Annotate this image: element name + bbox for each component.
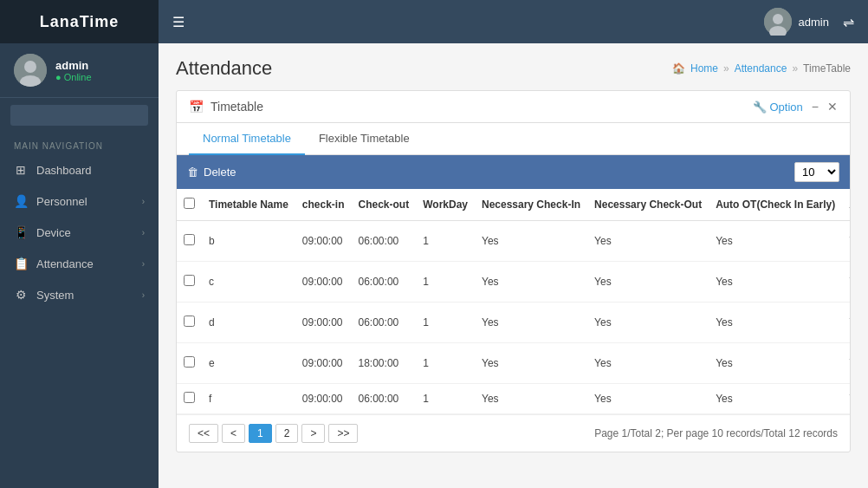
sidebar-user-info: admin Online [55, 59, 92, 82]
timetable-table: Timetable Name check-in Check-out WorkDa… [177, 189, 850, 414]
col-workday: WorkDay [416, 189, 475, 221]
trash-icon: 🗑 [187, 166, 198, 179]
delete-button[interactable]: 🗑 Delete [187, 166, 236, 179]
row-auto-ot-in: Yes [709, 262, 842, 303]
row-workday: 1 [416, 262, 475, 303]
row-checkout: 06:00:00 [352, 303, 417, 343]
card-title: Timetable [211, 100, 263, 114]
table-toolbar: 🗑 Delete 10 25 50 100 [177, 155, 850, 189]
page-next-button[interactable]: > [301, 424, 325, 443]
row-auto-ot-in: Yes [709, 303, 842, 343]
row-nec-checkout: Yes [587, 384, 709, 414]
row-checkbox-1[interactable] [184, 275, 195, 286]
topbar-admin-label: admin [799, 16, 829, 29]
tabs: Normal Timetable Flexible Timetable [177, 123, 850, 155]
col-checkout: Check-out [352, 189, 417, 221]
sidebar-status-badge: Online [55, 72, 92, 82]
row-nec-checkout: Yes [587, 303, 709, 343]
breadcrumb-home[interactable]: Home [690, 62, 718, 75]
row-checkbox-cell [177, 384, 202, 414]
topbar-avatar [764, 8, 792, 36]
row-checkin: 09:00:00 [295, 262, 352, 303]
row-checkin: 09:00:00 [295, 303, 352, 343]
row-name: e [202, 343, 295, 384]
row-checkbox-cell [177, 221, 202, 262]
sidebar-item-dashboard-label: Dashboard [36, 164, 92, 177]
row-auto-ot-out: Yes [842, 343, 850, 384]
sidebar-user: admin Online [0, 43, 159, 98]
system-icon: ⚙ [14, 288, 28, 302]
sidebar-item-attendance-label: Attendance [36, 257, 94, 270]
page-prev-button[interactable]: < [222, 424, 245, 443]
sidebar-item-dashboard[interactable]: ⊞ Dashboard [0, 154, 159, 185]
row-nec-checkout: Yes [587, 221, 709, 262]
tab-flexible-timetable[interactable]: Flexible Timetable [305, 123, 424, 155]
row-workday: 1 [416, 221, 475, 262]
per-page-selector: 10 25 50 100 [794, 162, 839, 182]
sidebar-search-input[interactable] [10, 105, 148, 126]
row-checkbox-3[interactable] [184, 356, 195, 368]
col-auto-ot-in: Auto OT(Check In Early) [709, 189, 842, 221]
option-button[interactable]: 🔧 Option [753, 101, 803, 114]
row-checkbox-2[interactable] [184, 316, 195, 327]
sidebar-item-system-label: System [36, 289, 74, 302]
breadcrumb-current: TimeTable [803, 62, 851, 75]
col-checkin: check-in [295, 189, 352, 221]
row-auto-ot-out: Yes [842, 262, 850, 303]
wrench-icon: 🔧 [753, 101, 767, 114]
sidebar: LanaTime admin Online Main Navigation ⊞ … [0, 0, 159, 488]
avatar [14, 54, 47, 87]
pagination-info: Page 1/Total 2; Per page 10 records/Tota… [594, 427, 838, 439]
sidebar-item-attendance[interactable]: 📋 Attendance › [0, 248, 159, 279]
device-arrow-icon: › [142, 228, 145, 237]
attendance-icon: 📋 [14, 257, 28, 270]
sidebar-item-device[interactable]: 📱 Device › [0, 217, 159, 248]
sidebar-search-container [0, 98, 159, 133]
row-checkbox-4[interactable] [184, 392, 195, 403]
page-last-button[interactable]: >> [328, 424, 358, 443]
sidebar-item-personnel[interactable]: 👤 Personnel › [0, 185, 159, 217]
attendance-arrow-icon: › [142, 259, 145, 269]
row-workday: 1 [416, 303, 475, 343]
col-nec-checkin: Necessary Check-In [475, 189, 587, 221]
row-auto-ot-out: Yes [842, 303, 850, 343]
close-icon[interactable]: ✕ [827, 100, 838, 114]
breadcrumb-home-icon: 🏠 [672, 62, 685, 75]
row-checkin: 09:00:00 [295, 384, 352, 414]
row-workday: 1 [416, 343, 475, 384]
row-nec-checkout: Yes [587, 343, 709, 384]
page-2-button[interactable]: 2 [275, 424, 299, 443]
page-first-button[interactable]: << [189, 424, 218, 443]
row-checkout: 06:00:00 [352, 384, 417, 414]
row-checkin: 09:00:00 [295, 221, 352, 262]
select-all-checkbox[interactable] [184, 198, 195, 209]
row-checkbox-cell [177, 303, 202, 343]
dashboard-icon: ⊞ [14, 163, 28, 177]
sidebar-item-system[interactable]: ⚙ System › [0, 279, 159, 310]
hamburger-menu-icon[interactable]: ☰ [172, 14, 185, 30]
share-icon[interactable]: ⇌ [843, 14, 854, 30]
row-nec-checkout: Yes [587, 262, 709, 303]
minimize-icon[interactable]: − [812, 100, 819, 114]
row-nec-checkin: Yes [475, 343, 587, 384]
topbar-admin: admin [764, 8, 829, 36]
row-nec-checkin: Yes [475, 303, 587, 343]
sidebar-item-personnel-label: Personnel [36, 195, 87, 208]
page-1-button[interactable]: 1 [249, 424, 272, 443]
page-header: Attendance 🏠 Home » Attendance » TimeTab… [176, 57, 851, 80]
breadcrumb-attendance[interactable]: Attendance [735, 62, 787, 75]
col-timetable-name: Timetable Name [202, 189, 295, 221]
sidebar-username: admin [55, 59, 92, 72]
personnel-icon: 👤 [14, 194, 28, 208]
row-checkin: 09:00:00 [295, 343, 352, 384]
svg-point-4 [773, 14, 783, 24]
table-wrapper: Timetable Name check-in Check-out WorkDa… [177, 189, 850, 414]
per-page-select[interactable]: 10 25 50 100 [794, 162, 839, 182]
page-title: Attendance [176, 57, 272, 80]
timetable-card: 📅 Timetable 🔧 Option − ✕ Normal Timetabl… [176, 90, 851, 452]
tab-normal-timetable[interactable]: Normal Timetable [189, 123, 305, 155]
pagination-row: << < 1 2 > >> Page 1/Total 2; Per page 1… [177, 414, 850, 452]
table-row: b 09:00:00 06:00:00 1 Yes Yes Yes Yes Ed… [177, 221, 850, 262]
sidebar-header: LanaTime [0, 0, 159, 43]
row-checkbox-0[interactable] [184, 234, 195, 245]
